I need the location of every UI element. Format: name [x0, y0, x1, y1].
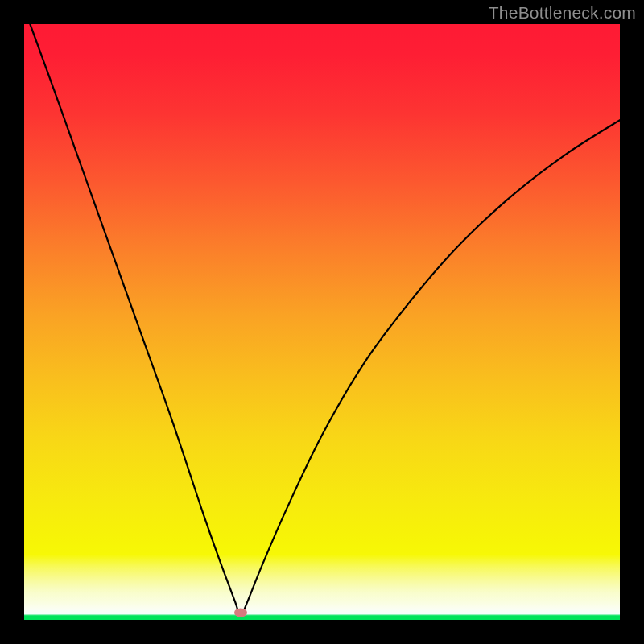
curve-svg [24, 24, 620, 620]
bottleneck-curve-path [30, 24, 620, 617]
optimal-point-marker [234, 609, 247, 617]
watermark-text: TheBottleneck.com [489, 3, 636, 23]
chart-frame: TheBottleneck.com [0, 0, 644, 644]
plot-area [24, 24, 620, 620]
